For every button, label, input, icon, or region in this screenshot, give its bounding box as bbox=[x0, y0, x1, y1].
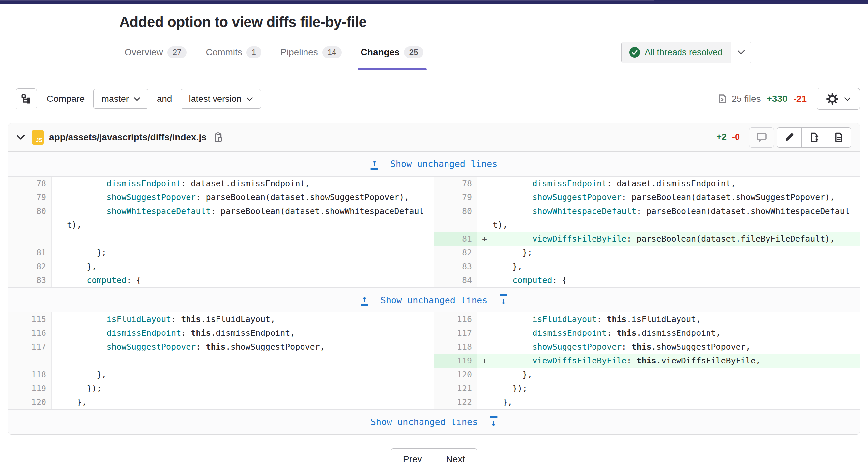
view-file-button[interactable] bbox=[826, 127, 851, 148]
line-marker: + bbox=[477, 354, 493, 368]
line-marker bbox=[52, 204, 67, 232]
code-line: computed: { bbox=[493, 274, 860, 287]
code-line: }; bbox=[493, 246, 860, 260]
tab-changes[interactable]: Changes 25 bbox=[361, 47, 424, 58]
line-number[interactable]: 122 bbox=[434, 395, 477, 409]
code-line: }, bbox=[67, 395, 434, 409]
code-line: dismissEndpoint: this.dismissEndpoint, bbox=[493, 326, 860, 340]
line-number[interactable]: 79 bbox=[8, 190, 52, 204]
chevron-down-icon bbox=[247, 97, 253, 101]
line-marker bbox=[477, 246, 493, 260]
toggle-comments-button[interactable] bbox=[749, 127, 774, 148]
prev-file-button[interactable]: Prev bbox=[391, 449, 434, 462]
diff-row: 120 }, bbox=[434, 368, 860, 381]
expand-lines-both-row[interactable]: ↑ Show unchanged lines ↓ bbox=[8, 287, 860, 312]
target-version-dropdown[interactable]: latest version bbox=[181, 89, 261, 109]
line-number[interactable]: 117 bbox=[8, 340, 52, 354]
collapse-file-chevron-icon[interactable] bbox=[17, 135, 25, 140]
line-number[interactable]: 82 bbox=[434, 246, 477, 260]
tab-label: Changes bbox=[361, 47, 400, 58]
line-number[interactable]: 115 bbox=[8, 312, 52, 326]
code-line: computed: { bbox=[67, 274, 434, 287]
line-number[interactable]: 121 bbox=[434, 381, 477, 395]
tab-count-badge: 14 bbox=[322, 47, 342, 58]
and-label: and bbox=[157, 94, 172, 104]
diff-pane-old: 78 dismissEndpoint: dataset.dismissEndpo… bbox=[8, 177, 434, 287]
diff-row: 120 }, bbox=[8, 395, 434, 409]
line-number[interactable]: 83 bbox=[8, 274, 52, 287]
line-number[interactable]: 120 bbox=[8, 395, 52, 409]
diff-row: 79 showSuggestPopover: parseBoolean(data… bbox=[8, 190, 434, 204]
tab-overview[interactable]: Overview 27 bbox=[125, 47, 187, 58]
diff-section: 78 dismissEndpoint: dataset.dismissEndpo… bbox=[8, 177, 860, 287]
diff-row: 78 dismissEndpoint: dataset.dismissEndpo… bbox=[8, 177, 434, 190]
code-line: }, bbox=[493, 395, 860, 409]
code-line: viewDiffsFileByFile: parseBoolean(datase… bbox=[493, 232, 860, 246]
expand-lines-up-row[interactable]: ↑ Show unchanged lines bbox=[8, 152, 860, 177]
line-number[interactable]: 118 bbox=[8, 368, 52, 381]
diffs-toolbar: Compare master and latest version 25 fil… bbox=[16, 88, 860, 110]
files-count-label: 25 files bbox=[732, 94, 761, 104]
code-line: }, bbox=[67, 368, 434, 381]
diff-row: 84 computed: { bbox=[434, 274, 860, 287]
tab-pipelines[interactable]: Pipelines 14 bbox=[280, 47, 341, 58]
line-number[interactable]: 80 bbox=[434, 204, 477, 232]
line-number[interactable]: 116 bbox=[8, 326, 52, 340]
code-line: viewDiffsFileByFile: this.viewDiffsFileB… bbox=[493, 354, 860, 368]
code-line: showWhitespaceDefault: parseBoolean(data… bbox=[493, 204, 860, 232]
file-browser-toggle-button[interactable] bbox=[16, 88, 37, 110]
line-marker bbox=[52, 177, 67, 190]
diff-row: 79 showSuggestPopover: parseBoolean(data… bbox=[434, 190, 860, 204]
diff-pane-new: 116 isFluidLayout: this.isFluidLayout,11… bbox=[434, 312, 860, 409]
tab-label: Commits bbox=[206, 47, 242, 58]
line-marker bbox=[52, 232, 67, 246]
line-marker bbox=[477, 177, 493, 190]
line-number[interactable]: 119 bbox=[8, 381, 52, 395]
pencil-icon bbox=[784, 132, 794, 142]
expand-lines-down-row[interactable]: Show unchanged lines ↓ bbox=[8, 409, 860, 434]
show-full-file-button[interactable] bbox=[801, 127, 827, 148]
tab-commits[interactable]: Commits 1 bbox=[206, 47, 261, 58]
code-line: }; bbox=[67, 246, 434, 260]
comment-icon bbox=[756, 132, 767, 143]
line-number[interactable]: 119 bbox=[434, 354, 477, 368]
file-path[interactable]: app/assets/javascripts/diffs/index.js bbox=[49, 132, 207, 143]
diff-settings-button[interactable] bbox=[816, 88, 860, 110]
line-number[interactable]: 82 bbox=[8, 260, 52, 274]
doc-code-icon bbox=[718, 94, 727, 104]
line-number[interactable]: 80 bbox=[8, 204, 52, 232]
line-number[interactable]: 116 bbox=[434, 312, 477, 326]
line-number[interactable]: 84 bbox=[434, 274, 477, 287]
resolved-dropdown-toggle[interactable] bbox=[731, 42, 751, 63]
line-number[interactable]: 78 bbox=[8, 177, 52, 190]
line-number[interactable]: 120 bbox=[434, 368, 477, 381]
line-number[interactable]: 83 bbox=[434, 260, 477, 274]
edit-file-button[interactable] bbox=[777, 127, 802, 148]
diff-row: 80 showWhitespaceDefault: parseBoolean(d… bbox=[8, 204, 434, 232]
chevron-down-icon bbox=[738, 50, 745, 55]
line-number[interactable]: 81 bbox=[434, 232, 477, 246]
diff-row: 122 }, bbox=[434, 395, 860, 409]
line-number[interactable]: 79 bbox=[434, 190, 477, 204]
file-additions: +2 bbox=[716, 132, 726, 142]
line-number[interactable]: 81 bbox=[8, 246, 52, 260]
tab-label: Overview bbox=[125, 47, 163, 58]
code-line: }, bbox=[493, 368, 860, 381]
line-marker bbox=[52, 340, 67, 354]
diff-row: 82 }; bbox=[434, 246, 860, 260]
all-threads-resolved-button[interactable]: All threads resolved bbox=[621, 41, 751, 63]
line-number[interactable]: 117 bbox=[434, 326, 477, 340]
copy-path-icon[interactable] bbox=[213, 132, 223, 143]
diff-row: 81 }; bbox=[8, 246, 434, 260]
next-file-button[interactable]: Next bbox=[434, 449, 477, 462]
file-pager: Prev Next bbox=[0, 449, 868, 462]
line-number[interactable]: 118 bbox=[434, 340, 477, 354]
resolved-button-main[interactable]: All threads resolved bbox=[621, 42, 731, 63]
code-line: }, bbox=[67, 260, 434, 274]
tab-count-badge: 25 bbox=[404, 47, 424, 58]
doc-expand-icon bbox=[809, 132, 819, 143]
source-branch-dropdown[interactable]: master bbox=[93, 89, 148, 109]
expand-down-icon: ↓ bbox=[500, 294, 507, 306]
code-line: dismissEndpoint: this.dismissEndpoint, bbox=[67, 326, 434, 340]
line-number[interactable]: 78 bbox=[434, 177, 477, 190]
